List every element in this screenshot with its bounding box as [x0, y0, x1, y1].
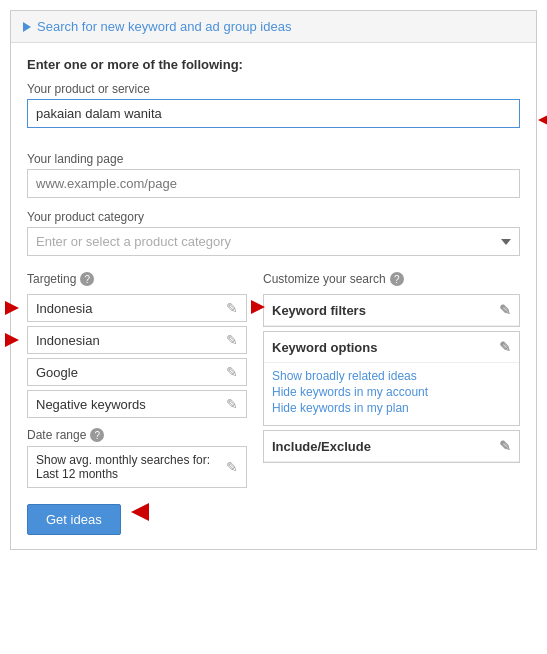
customize-help-icon[interactable]: ?: [390, 272, 404, 286]
date-range-box[interactable]: Show avg. monthly searches for: Last 12 …: [27, 446, 247, 488]
hide-plan-link[interactable]: Hide keywords in my plan: [272, 401, 511, 415]
indonesian-arrow: [5, 333, 19, 347]
keyword-options-box: Keyword options ✎ Show broadly related i…: [263, 331, 520, 426]
show-broadly-link[interactable]: Show broadly related ideas: [272, 369, 511, 383]
date-range-value: Show avg. monthly searches for: Last 12 …: [36, 453, 226, 481]
targeting-arrow: [251, 300, 265, 314]
indonesia-arrow: [5, 301, 19, 315]
targeting-indonesia-edit[interactable]: ✎: [226, 300, 238, 316]
category-select[interactable]: Enter or select a product category: [27, 227, 520, 256]
customize-label-row: Customize your search ?: [263, 272, 520, 286]
targeting-item-indonesian[interactable]: Indonesian ✎: [27, 326, 247, 354]
include-exclude-edit[interactable]: ✎: [499, 438, 511, 454]
targeting-indonesian-edit[interactable]: ✎: [226, 332, 238, 348]
date-range-label: Date range: [27, 428, 86, 442]
keyword-options-title: Keyword options: [272, 340, 377, 355]
landing-input[interactable]: [27, 169, 520, 198]
targeting-indonesia-text: Indonesia: [36, 301, 92, 316]
btn-arrow-wrap: Get ideas: [27, 488, 520, 535]
main-content: Enter one or more of the following: Your…: [11, 43, 536, 549]
keyword-filters-edit[interactable]: ✎: [499, 302, 511, 318]
date-range-edit[interactable]: ✎: [226, 459, 238, 475]
landing-label: Your landing page: [27, 152, 520, 166]
date-range-help-icon[interactable]: ?: [90, 428, 104, 442]
two-col-section: Targeting ? Indonesia ✎ Indonesian ✎: [27, 272, 520, 488]
targeting-indonesia-wrap: Indonesia ✎: [27, 294, 247, 322]
enter-label: Enter one or more of the following:: [27, 57, 520, 72]
get-ideas-arrow: [131, 503, 149, 521]
product-input[interactable]: [27, 99, 520, 128]
hide-account-link[interactable]: Hide keywords in my account: [272, 385, 511, 399]
keyword-filters-header[interactable]: Keyword filters ✎: [264, 295, 519, 326]
get-ideas-button[interactable]: Get ideas: [27, 504, 121, 535]
targeting-indonesian-text: Indonesian: [36, 333, 100, 348]
targeting-label: Targeting: [27, 272, 76, 286]
product-input-arrow: [538, 112, 547, 128]
include-exclude-box: Include/Exclude ✎: [263, 430, 520, 463]
keyword-options-body: Show broadly related ideas Hide keywords…: [264, 363, 519, 425]
include-exclude-title: Include/Exclude: [272, 439, 371, 454]
customize-label: Customize your search: [263, 272, 386, 286]
targeting-google-text: Google: [36, 365, 78, 380]
right-col: Customize your search ? Keyword filters …: [263, 272, 520, 488]
product-input-wrap: [27, 99, 520, 140]
targeting-help-icon[interactable]: ?: [80, 272, 94, 286]
targeting-item-google[interactable]: Google ✎: [27, 358, 247, 386]
category-label: Your product category: [27, 210, 520, 224]
left-col: Targeting ? Indonesia ✎ Indonesian ✎: [27, 272, 247, 488]
include-exclude-header[interactable]: Include/Exclude ✎: [264, 431, 519, 462]
section-header: Search for new keyword and ad group idea…: [11, 11, 536, 43]
targeting-negative-text: Negative keywords: [36, 397, 146, 412]
collapse-icon[interactable]: [23, 22, 31, 32]
section-title: Search for new keyword and ad group idea…: [37, 19, 291, 34]
targeting-indonesian-wrap: Indonesian ✎: [27, 326, 247, 354]
targeting-google-edit[interactable]: ✎: [226, 364, 238, 380]
keyword-filters-box: Keyword filters ✎: [263, 294, 520, 327]
date-range-label-row: Date range ?: [27, 428, 247, 442]
keyword-options-header[interactable]: Keyword options ✎: [264, 332, 519, 363]
targeting-label-row: Targeting ?: [27, 272, 247, 286]
targeting-item-indonesia[interactable]: Indonesia ✎: [27, 294, 247, 322]
product-label: Your product or service: [27, 82, 520, 96]
keyword-filters-title: Keyword filters: [272, 303, 366, 318]
keyword-options-edit[interactable]: ✎: [499, 339, 511, 355]
targeting-item-negative[interactable]: Negative keywords ✎: [27, 390, 247, 418]
targeting-negative-edit[interactable]: ✎: [226, 396, 238, 412]
